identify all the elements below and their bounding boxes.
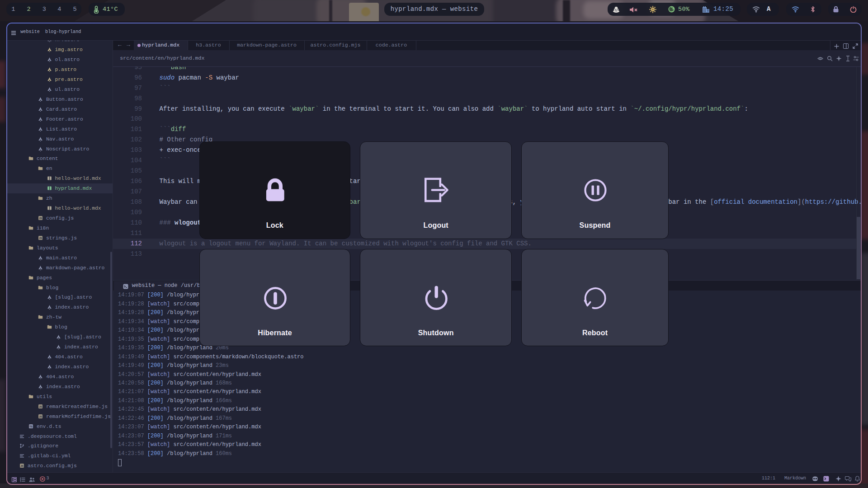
svg-text:JS: JS (39, 237, 42, 239)
svg-text:JS: JS (39, 405, 42, 408)
svg-text:JS: JS (39, 217, 42, 220)
svg-text:JS: JS (39, 415, 42, 418)
svg-text:TS: TS (29, 425, 33, 428)
svg-text:JS: JS (20, 465, 24, 467)
